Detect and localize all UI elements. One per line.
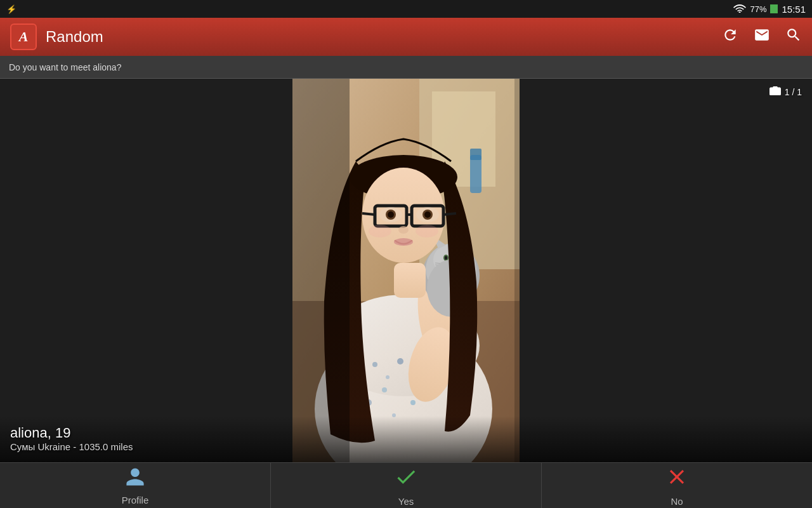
svg-point-47 [388,211,394,218]
messages-icon[interactable] [754,27,770,47]
svg-point-27 [445,256,447,260]
photo-container[interactable]: 1 / 1 aliona, 19 Сумы Ukraine - 1035.0 m… [0,79,812,462]
subtitle-text: Do you want to meet aliona? [9,62,121,72]
svg-rect-5 [470,155,481,193]
photo-counter: 1 / 1 [769,86,802,97]
wifi-icon [733,4,746,15]
app-bar-actions [722,27,802,47]
battery-level: 77% [750,4,766,14]
svg-point-49 [398,226,409,234]
profile-photo [292,79,520,462]
app-logo: A [10,23,37,50]
app-bar: A Random [0,18,812,56]
refresh-icon[interactable] [722,27,738,47]
status-bar: ⚡ 77% 15:51 [0,0,812,18]
usb-icon: ⚡ [6,4,16,14]
svg-point-13 [382,387,387,392]
no-icon [665,465,689,493]
app-title: Random [46,28,713,46]
svg-line-41 [362,213,375,215]
user-name: aliona, 19 [10,425,802,441]
svg-point-52 [416,225,438,237]
nav-yes[interactable]: Yes [271,463,542,508]
svg-point-11 [386,375,390,379]
nav-no[interactable]: No [542,463,812,508]
camera-icon [769,86,781,97]
bottom-nav: Profile Yes No [0,462,812,508]
svg-point-12 [397,358,403,364]
svg-point-0 [739,11,741,13]
svg-point-50 [394,238,413,246]
photo-count: 1 / 1 [785,87,802,97]
svg-point-10 [372,362,377,367]
svg-point-16 [410,400,416,405]
yes-label: Yes [398,496,414,507]
profile-label: Profile [122,495,149,505]
svg-rect-54 [514,79,520,462]
search-icon[interactable] [785,27,802,47]
green-indicator [770,4,778,13]
svg-point-51 [369,225,391,237]
svg-rect-53 [292,79,350,462]
nav-profile[interactable]: Profile [0,463,271,508]
no-label: No [671,496,683,507]
yes-icon [394,465,418,493]
svg-point-48 [424,211,431,218]
subtitle-bar: Do you want to meet aliona? [0,56,812,79]
user-info-overlay: aliona, 19 Сумы Ukraine - 1035.0 miles [0,416,812,462]
profile-icon [124,466,146,492]
svg-line-42 [443,213,456,215]
user-location: Сумы Ukraine - 1035.0 miles [10,441,802,452]
svg-rect-6 [470,149,481,160]
main-content: 1 / 1 aliona, 19 Сумы Ukraine - 1035.0 m… [0,79,812,462]
svg-rect-35 [394,263,426,298]
time-display: 15:51 [782,4,806,15]
